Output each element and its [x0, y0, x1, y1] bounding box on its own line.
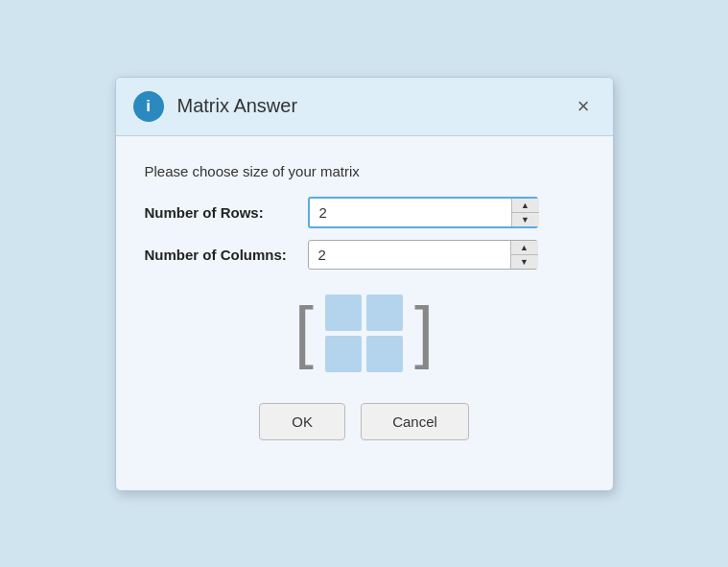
rows-spin-down[interactable]: ▼ — [512, 213, 539, 226]
rows-input-wrapper: ▲ ▼ — [308, 197, 538, 228]
close-button[interactable]: × — [572, 94, 596, 119]
cols-label: Number of Columns: — [145, 247, 308, 263]
dialog-title: Matrix Answer — [177, 95, 298, 117]
info-icon: i — [133, 91, 164, 122]
rows-field-row: Number of Rows: ▲ ▼ — [145, 197, 584, 228]
matrix-grid — [317, 287, 411, 380]
right-bracket: ] — [414, 296, 434, 366]
rows-spin-buttons: ▲ ▼ — [511, 199, 539, 226]
cols-input[interactable] — [309, 241, 510, 269]
matrix-cell-1-1 — [366, 336, 403, 372]
rows-spin-up[interactable]: ▲ — [512, 199, 539, 213]
matrix-answer-dialog: i Matrix Answer × Please choose size of … — [115, 77, 614, 491]
matrix-bracket-container: [ ] — [294, 287, 434, 380]
matrix-preview: [ ] — [145, 287, 584, 380]
cols-spin-buttons: ▲ ▼ — [510, 241, 538, 269]
instruction-text: Please choose size of your matrix — [145, 163, 584, 179]
rows-input[interactable] — [310, 199, 511, 226]
matrix-cell-1-0 — [325, 336, 362, 372]
cols-spin-up[interactable]: ▲ — [511, 241, 538, 255]
cancel-button[interactable]: Cancel — [361, 403, 469, 440]
matrix-cell-0-1 — [366, 295, 403, 331]
header-left: i Matrix Answer — [133, 91, 298, 122]
cols-field-row: Number of Columns: ▲ ▼ — [145, 240, 584, 270]
dialog-footer: OK Cancel — [145, 403, 584, 467]
cols-spin-down[interactable]: ▼ — [511, 255, 538, 269]
matrix-cell-0-0 — [325, 295, 362, 331]
rows-label: Number of Rows: — [145, 204, 308, 221]
cols-input-wrapper: ▲ ▼ — [308, 240, 538, 270]
left-bracket: [ — [294, 296, 314, 366]
dialog-header: i Matrix Answer × — [116, 78, 613, 136]
dialog-body: Please choose size of your matrix Number… — [116, 136, 613, 490]
ok-button[interactable]: OK — [259, 403, 345, 440]
